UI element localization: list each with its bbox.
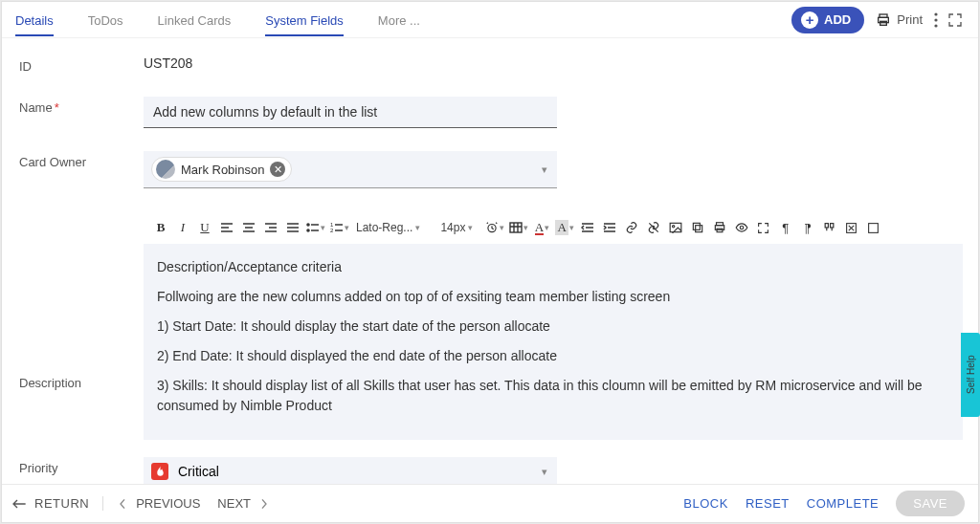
paragraph-rtl-icon[interactable]: ¶ [798,218,817,237]
text-color-icon[interactable]: A▾ [532,218,551,237]
owner-chip-name: Mark Robinson [181,163,264,177]
align-right-icon[interactable] [261,218,280,237]
complete-button[interactable]: COMPLETE [807,496,880,511]
svg-rect-14 [695,226,702,232]
chevron-down-icon: ▾ [542,466,547,478]
add-button[interactable]: + ADD [791,7,864,33]
table-icon[interactable]: ▾ [508,218,529,237]
id-label: ID [19,55,144,74]
font-size-select[interactable]: 14px▾ [437,221,476,234]
footer: RETURN PREVIOUS NEXT BLOCK RESET COMPLET… [2,484,978,522]
fullscreen-icon[interactable] [947,12,963,28]
description-editor[interactable]: Description/Acceptance criteria Follwoin… [144,244,963,440]
link-icon[interactable] [622,218,641,237]
priority-value: Critical [178,464,219,479]
plus-icon: + [801,11,818,29]
chevron-down-icon: ▾ [542,164,547,176]
unlink-icon[interactable] [644,218,663,237]
card-owner-select[interactable]: Mark Robinson ✕ ▾ [144,151,557,188]
italic-icon[interactable]: I [173,218,192,237]
rte-line: Description/Acceptance criteria [157,257,949,277]
indent-icon[interactable] [600,218,619,237]
svg-rect-12 [670,223,681,231]
align-justify-icon[interactable] [283,218,302,237]
avatar-icon [156,160,175,179]
source-icon[interactable] [864,218,883,237]
svg-point-7 [307,229,309,231]
svg-point-6 [307,224,309,226]
expand-icon[interactable] [754,218,773,237]
arrow-left-icon [11,498,27,510]
underline-icon[interactable]: U [195,218,214,237]
rte-line: 1) Start Date: It should display the sta… [157,317,949,337]
tab-linked-cards[interactable]: Linked Cards [158,4,232,35]
priority-select[interactable]: Critical ▾ [144,457,557,484]
rte-line: 2) End Date: It should displayed the end… [157,346,949,366]
svg-rect-11 [510,223,522,232]
svg-rect-21 [831,223,834,227]
name-input[interactable]: Add new columns by default in the list [144,97,557,128]
reset-button[interactable]: RESET [746,496,790,511]
add-button-label: ADD [824,12,851,27]
svg-point-5 [934,24,937,27]
bullet-list-icon[interactable]: ▾ [305,218,326,237]
outdent-icon[interactable] [578,218,597,237]
print-button[interactable]: Print [876,12,923,28]
print-label: Print [897,12,923,27]
paragraph-icon[interactable]: ¶ [776,218,795,237]
card-owner-label: Card Owner [19,151,144,169]
owner-chip: Mark Robinson ✕ [151,157,292,182]
align-left-icon[interactable] [217,218,236,237]
svg-point-13 [672,226,674,228]
priority-label: Priority [19,457,144,475]
font-family-select[interactable]: Lato-Reg...▾ [353,221,423,234]
block-button[interactable]: BLOCK [683,496,728,511]
return-button[interactable]: RETURN [11,496,103,511]
svg-rect-18 [717,229,723,232]
name-label: Name* [19,97,144,115]
number-list-icon[interactable]: 12▾ [329,218,350,237]
rte-toolbar: B I U ▾ 12▾ Lato-Reg...▾ 14px▾ ▾ ▾ A▾ A▾ [144,211,963,244]
align-center-icon[interactable] [239,218,258,237]
svg-point-4 [934,18,937,21]
clear-format-icon[interactable] [842,218,861,237]
description-label: Description [19,261,144,390]
id-value: UST208 [144,55,192,71]
self-help-tab[interactable]: Self Help [961,333,980,417]
tab-bar: Details ToDos Linked Cards System Fields… [2,2,978,38]
svg-rect-23 [869,223,879,232]
tab-todos[interactable]: ToDos [88,4,123,35]
print-rte-icon[interactable] [710,218,729,237]
svg-rect-20 [825,223,828,227]
remove-owner-icon[interactable]: ✕ [270,162,285,177]
chevron-right-icon[interactable] [260,498,268,510]
image-icon[interactable] [666,218,685,237]
copy-icon[interactable] [688,218,707,237]
tab-system-fields[interactable]: System Fields [265,4,344,35]
svg-rect-15 [693,223,700,229]
bold-icon[interactable]: B [151,218,170,237]
preview-icon[interactable] [732,218,751,237]
next-button[interactable]: NEXT [217,496,251,511]
tab-details[interactable]: Details [15,4,54,35]
printer-icon [876,12,891,28]
alarm-icon[interactable]: ▾ [484,218,505,237]
find-icon[interactable] [820,218,839,237]
svg-point-19 [740,226,744,229]
save-button: SAVE [896,491,965,516]
flame-icon [151,463,168,480]
svg-text:2: 2 [330,228,334,233]
required-asterisk: * [55,100,59,115]
rte-line: Follwoing are the new columns added on t… [157,287,949,307]
chevron-left-icon[interactable] [119,498,126,510]
previous-button[interactable]: PREVIOUS [136,496,200,511]
svg-point-3 [934,12,937,15]
highlight-color-icon[interactable]: A▾ [554,218,574,237]
tab-more[interactable]: More ... [378,4,420,35]
rte-line: 3) Skills: It should display list of all… [157,376,949,416]
more-options-icon[interactable] [934,12,938,28]
